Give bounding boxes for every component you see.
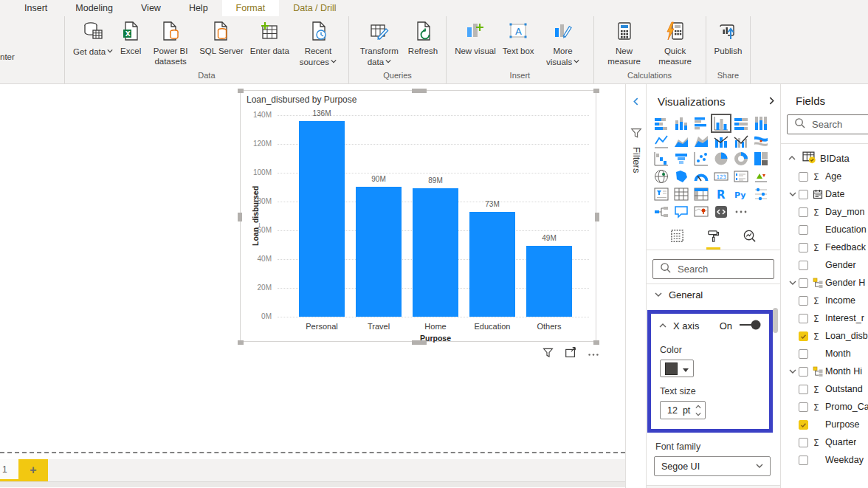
bar-others[interactable]	[526, 246, 572, 317]
field-row-feedback[interactable]: ΣFeedback	[781, 238, 868, 256]
filter-icon[interactable]	[541, 346, 554, 359]
ribbon-tab-data-drill[interactable]: Data / Drill	[279, 0, 350, 16]
field-checkbox[interactable]	[799, 402, 808, 412]
visual-type-treemap-icon[interactable]	[752, 151, 770, 167]
visual-type-filled-map-icon[interactable]	[672, 168, 690, 185]
refresh-button[interactable]: Refresh	[406, 16, 440, 57]
table-bidata[interactable]: BIData	[781, 148, 868, 168]
field-row-outstand[interactable]: ΣOutstand	[781, 380, 868, 398]
pane-tab-analytics[interactable]	[743, 227, 757, 250]
field-checkbox[interactable]	[799, 190, 808, 199]
visual-type-scatter-icon[interactable]	[692, 151, 710, 167]
visual-type-100-stacked-column-icon[interactable]	[752, 115, 770, 131]
visual-type-arcgis-map-icon[interactable]	[692, 204, 710, 220]
selection-handle[interactable]	[412, 89, 427, 93]
selection-handle[interactable]	[238, 340, 244, 345]
sql-server-button[interactable]: SQL Server	[197, 16, 246, 57]
chevron-up-icon[interactable]	[786, 154, 798, 162]
text-box-button[interactable]: AText box	[500, 16, 537, 57]
visual-type-matrix-icon[interactable]	[692, 186, 710, 202]
visual-type-decomposition-tree-icon[interactable]	[652, 204, 670, 220]
field-row-age[interactable]: ΣAge	[781, 168, 868, 185]
selection-handle[interactable]	[238, 89, 244, 93]
field-row-education[interactable]: Education	[781, 221, 868, 238]
visual-type-card-icon[interactable]: 123	[712, 168, 730, 185]
visual-type-key-influencers-icon[interactable]	[752, 186, 770, 202]
x-axis-toggle[interactable]	[739, 320, 761, 332]
field-checkbox[interactable]	[799, 314, 808, 323]
visual-type-donut-icon[interactable]	[732, 151, 750, 167]
visual-type-pie-icon[interactable]	[712, 151, 730, 167]
format-pane-scrollbar[interactable]	[773, 308, 778, 333]
field-checkbox[interactable]	[799, 207, 808, 217]
visual-type-python-icon[interactable]: Py	[732, 186, 750, 202]
visual-type-line-stacked-column-icon[interactable]	[712, 133, 730, 149]
visual-type-ribbon-icon[interactable]	[752, 133, 770, 149]
field-row-loan-disb[interactable]: ΣLoan_disb	[781, 327, 868, 345]
field-checkbox[interactable]	[799, 261, 808, 270]
field-row-month-hi[interactable]: Month Hi	[781, 362, 868, 380]
field-checkbox[interactable]	[799, 331, 808, 341]
selection-handle[interactable]	[412, 340, 427, 345]
text-size-spinner[interactable]: 12 pt	[660, 401, 706, 419]
selection-handle[interactable]	[593, 89, 599, 93]
chevron-down-icon[interactable]	[787, 279, 799, 286]
field-row-day-mon[interactable]: ΣDay_mon	[781, 203, 868, 221]
field-row-quarter[interactable]: ΣQuarter	[781, 433, 868, 451]
visual-type-clustered-bar-icon[interactable]	[692, 115, 710, 131]
font-family-dropdown[interactable]: Segoe UI	[654, 456, 771, 476]
filters-panel-collapsed[interactable]: Filters	[625, 84, 646, 488]
chevron-down-icon[interactable]	[787, 368, 799, 375]
visual-type-kpi-icon[interactable]	[752, 168, 770, 185]
visual-type-stacked-column-icon[interactable]	[672, 115, 690, 131]
transform-data-button[interactable]: Transform data	[355, 16, 404, 68]
visual-type-waterfall-icon[interactable]	[652, 151, 670, 167]
pane-tab-format[interactable]	[706, 227, 720, 250]
selection-handle[interactable]	[593, 340, 599, 345]
field-checkbox[interactable]	[799, 349, 808, 359]
field-row-weekday[interactable]: Weekday	[781, 451, 868, 469]
field-checkbox[interactable]	[799, 225, 808, 235]
new-visual-button[interactable]: New visual	[452, 16, 498, 57]
color-dropdown[interactable]	[660, 360, 694, 377]
field-checkbox[interactable]	[799, 456, 808, 465]
field-row-month[interactable]: Month	[781, 345, 868, 362]
selection-handle[interactable]	[595, 213, 599, 221]
format-search-box[interactable]: Search	[652, 259, 774, 279]
ribbon-tab-help[interactable]: Help	[175, 0, 222, 16]
visual-type-clustered-column-icon[interactable]	[712, 115, 730, 131]
field-checkbox[interactable]	[799, 420, 808, 430]
expand-filters-icon[interactable]	[626, 97, 646, 106]
visual-type-q-and-a-icon[interactable]	[672, 204, 690, 220]
focus-mode-icon[interactable]	[564, 346, 577, 359]
section-general[interactable]: General	[647, 283, 780, 305]
visual-type-stacked-area-icon[interactable]	[692, 133, 710, 149]
field-row-purpose[interactable]: Purpose	[781, 416, 868, 433]
visual-type-gauge-icon[interactable]	[692, 168, 710, 185]
ribbon-tab-view[interactable]: View	[127, 0, 175, 16]
pane-tab-fields[interactable]	[670, 227, 684, 250]
field-checkbox[interactable]	[799, 385, 808, 394]
bar-education[interactable]	[469, 212, 515, 317]
power-bi-datasets-button[interactable]: Power BI datasets	[146, 16, 195, 67]
selection-handle[interactable]	[238, 213, 242, 221]
field-checkbox[interactable]	[799, 438, 808, 447]
spinner-arrows[interactable]	[695, 404, 701, 417]
more-visuals-button[interactable]: More visuals	[539, 16, 588, 68]
quick-measure-button[interactable]: Quick measure	[651, 16, 700, 67]
report-canvas[interactable]: Loan_disbursed by Purpose 0M20M40M60M80M…	[0, 84, 625, 488]
visual-type-r-script-icon[interactable]: R	[712, 186, 730, 202]
field-row-date[interactable]: Date	[781, 185, 868, 203]
field-checkbox[interactable]	[799, 367, 808, 377]
visual-type-funnel-icon[interactable]	[672, 151, 690, 167]
fields-search-box[interactable]: Search	[787, 114, 868, 134]
enter-data-button[interactable]: Enter data	[248, 16, 292, 57]
new-measure-button[interactable]: New measure	[600, 16, 649, 67]
visual-type-more-options-icon[interactable]	[732, 204, 750, 220]
ribbon-tab-format[interactable]: Format	[222, 0, 280, 16]
field-checkbox[interactable]	[799, 243, 808, 252]
more-options-icon[interactable]	[587, 346, 600, 359]
recent-sources-button[interactable]: Recent sources	[294, 16, 342, 68]
bar-personal[interactable]	[299, 121, 345, 317]
field-checkbox[interactable]	[799, 172, 808, 182]
